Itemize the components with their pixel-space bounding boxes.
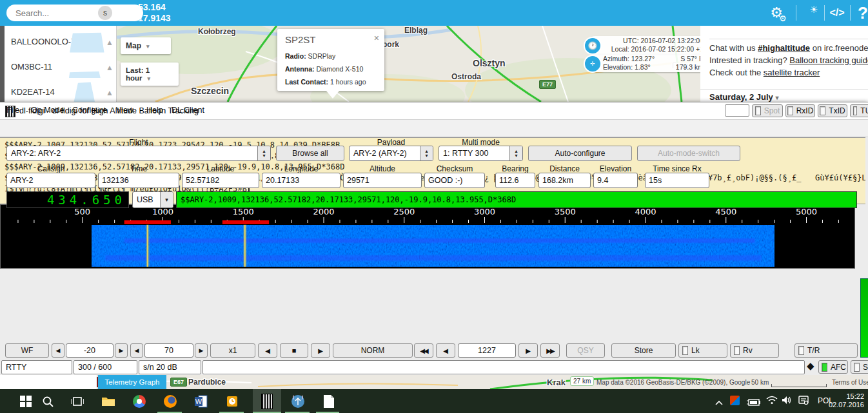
outlook-icon[interactable] xyxy=(218,389,246,413)
browse-all-button[interactable]: Browse all xyxy=(276,146,344,161)
shift-left-button[interactable]: ◀ xyxy=(258,343,277,358)
highaltitude-link[interactable]: #highaltitude xyxy=(758,43,810,53)
range-up-button[interactable]: ▶ xyxy=(195,343,208,358)
checksum-field[interactable]: GOOD :-) xyxy=(424,173,485,188)
time-since-rx-field[interactable]: 15s xyxy=(645,173,709,188)
menu-view[interactable]: View xyxy=(116,106,133,115)
date-header[interactable]: Saturday, 2 July ▾ xyxy=(700,89,868,102)
sidebar-item-om3bc11[interactable]: OM3BC-11 ▲ xyxy=(5,55,116,81)
help-icon[interactable]: ? xyxy=(851,1,868,24)
telemetry-graph-button[interactable]: Telemetry Graph xyxy=(98,375,166,389)
search-icon[interactable]: s xyxy=(98,6,112,20)
range-value[interactable]: 70 xyxy=(144,343,193,358)
distance-field[interactable]: 168.2km xyxy=(538,173,591,188)
elevation-field[interactable]: 9.4 xyxy=(593,173,638,188)
dl-fldigi-taskbar-icon[interactable] xyxy=(253,389,281,413)
sideband-select[interactable]: USB ▾ xyxy=(132,191,173,208)
settings-gears-icon[interactable]: ⚙⚙ xyxy=(769,1,792,24)
sql-toggle[interactable]: SQL xyxy=(851,360,868,374)
longitude-field[interactable]: 20.17133 xyxy=(262,173,340,188)
shift-right-button[interactable]: ▶ xyxy=(311,343,330,358)
tray-app-icon[interactable] xyxy=(730,396,740,405)
carrier-down-button[interactable]: ◀ xyxy=(436,343,455,358)
menu-dlclient[interactable]: DL Client xyxy=(172,106,204,115)
level-up-button[interactable]: ▶ xyxy=(115,343,128,358)
wifi-icon[interactable] xyxy=(766,396,778,407)
level-down-button[interactable]: ◀ xyxy=(52,343,64,358)
satellite-line: Check out the satellite tracker xyxy=(709,68,820,77)
weather-icon[interactable]: ☀☁ xyxy=(798,1,822,24)
rxid-toggle[interactable]: RxID xyxy=(785,104,815,117)
menu-help[interactable]: Help xyxy=(146,106,163,115)
reverse-toggle[interactable]: Rv xyxy=(730,343,779,358)
menu-file[interactable]: File xyxy=(6,106,19,115)
callsign-field[interactable]: ARY-2 xyxy=(6,173,95,188)
level-value[interactable]: -20 xyxy=(66,343,113,358)
speaker-icon[interactable] xyxy=(782,396,793,407)
code-embed-icon[interactable]: </> xyxy=(825,1,849,24)
time-range-button[interactable]: Last: 1 hour▾ xyxy=(121,62,179,86)
afc-toggle[interactable]: AFC xyxy=(818,360,848,374)
tx-rx-toggle[interactable]: T/R xyxy=(794,343,858,358)
task-view-icon[interactable] xyxy=(63,389,92,413)
multimode-select[interactable]: 1: RTTY 300 ▴▾ xyxy=(439,146,523,161)
range-down-button[interactable]: ◀ xyxy=(130,343,143,358)
store-button[interactable]: Store xyxy=(611,343,676,358)
expand-triangle-icon[interactable]: ▲ xyxy=(106,63,113,72)
txid-toggle[interactable]: TxID xyxy=(818,104,847,117)
latitude-field[interactable]: 52.57182 xyxy=(182,173,259,188)
clock-tray[interactable]: 15:22 02.07.2016 xyxy=(829,392,864,409)
satellite-tracker-link[interactable]: satellite tracker xyxy=(764,68,820,77)
wf-mode-button[interactable]: WF xyxy=(5,343,49,358)
auto-configure-button[interactable]: Auto-configure xyxy=(528,146,632,161)
stop-button[interactable]: ■ xyxy=(280,343,308,358)
menu-opmode[interactable]: Op Mode xyxy=(31,106,64,115)
carrier-rewind-button[interactable]: ◀◀ xyxy=(414,343,433,358)
firefox-icon[interactable] xyxy=(156,389,184,413)
waterfall-display[interactable]: 500100015002000250030003500400045005000 xyxy=(1,205,853,267)
spinner-icon[interactable]: ▴▾ xyxy=(509,146,522,160)
tracking-guide-link[interactable]: Balloon tracking guide xyxy=(789,55,868,65)
bearing-field[interactable]: 112.6 xyxy=(495,173,535,188)
flight-select[interactable]: ARY-2: ARY-2 ▴▾ xyxy=(6,146,271,161)
carrier-frequency[interactable]: 1227 xyxy=(458,343,516,358)
tune-toggle[interactable]: TUNE xyxy=(850,104,868,117)
chrome-icon[interactable] xyxy=(125,389,153,413)
svg-text:5000: 5000 xyxy=(796,207,817,216)
carrier-up-button[interactable]: ▶ xyxy=(518,343,538,358)
tray-chevron-icon[interactable] xyxy=(715,397,724,408)
payload-select[interactable]: ARY-2 (ARY-2) ▴▾ xyxy=(349,146,433,161)
battery-icon[interactable] xyxy=(747,397,761,408)
sidebar-item-kd2eat14[interactable]: KD2EAT-14 ▲ xyxy=(5,80,116,102)
sidebar-item-balloonolo7[interactable]: BALLOONOLO-7 ▲ xyxy=(5,30,116,55)
expand-triangle-icon[interactable]: ▲ xyxy=(106,38,113,47)
file-explorer-icon[interactable] xyxy=(94,389,123,413)
baud-status[interactable]: 300 / 600 xyxy=(74,360,137,374)
taskbar-search-icon[interactable] xyxy=(34,389,62,413)
sidebar-scrollbar[interactable] xyxy=(0,26,5,102)
norm-button[interactable]: NORM xyxy=(333,343,413,358)
zoom-button[interactable]: x1 xyxy=(210,343,255,358)
close-icon[interactable]: × xyxy=(374,33,379,43)
mode-status[interactable]: RTTY xyxy=(1,360,72,374)
menu-configure[interactable]: Configure xyxy=(72,106,107,115)
radio-app-icon[interactable] xyxy=(284,389,312,413)
city-label: Elbląg xyxy=(404,26,428,35)
terms-link[interactable]: Terms of Use xyxy=(832,379,868,386)
expand-triangle-icon[interactable]: ▲ xyxy=(106,88,113,97)
waterfall-panel[interactable]: 500100015002000250030003500400045005000 xyxy=(0,204,855,269)
spinner-icon[interactable]: ▴▾ xyxy=(257,146,270,160)
map-type-button[interactable]: Map▾ xyxy=(121,37,171,54)
spinner-icon[interactable]: ▴▾ xyxy=(420,146,433,160)
dropdown-arrow-icon[interactable]: ▾ xyxy=(160,192,173,207)
frequency-display[interactable]: 434.650 xyxy=(6,191,129,208)
word-icon[interactable]: W xyxy=(187,389,215,413)
altitude-field[interactable]: 29571 xyxy=(343,173,422,188)
lock-toggle[interactable]: Lk xyxy=(678,343,727,358)
notepad-icon[interactable] xyxy=(315,389,343,413)
scale-label: 50 km xyxy=(751,379,769,386)
action-center-icon[interactable] xyxy=(798,396,809,407)
carrier-forward-button[interactable]: ▶▶ xyxy=(540,343,560,358)
tracker-map[interactable]: Kołobrzeg Szczecin Elbląg Malbork Olszty… xyxy=(117,26,700,102)
time-field[interactable]: 132136 xyxy=(98,173,179,188)
